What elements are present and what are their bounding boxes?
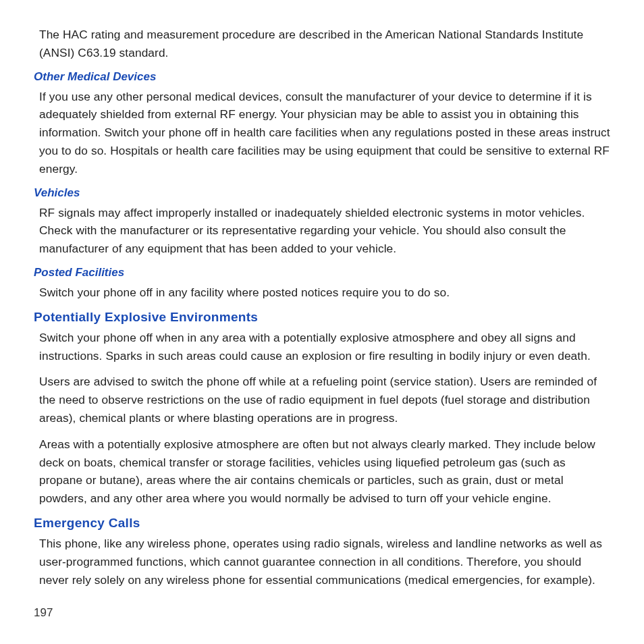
body-vehicles: RF signals may affect improperly install…	[39, 204, 610, 258]
body-explosive-p1: Switch your phone off when in any area w…	[39, 329, 610, 365]
page-number: 197	[34, 606, 53, 620]
intro-paragraph: The HAC rating and measurement procedure…	[39, 26, 610, 62]
body-posted-facilities: Switch your phone off in any facility wh…	[39, 284, 610, 302]
heading-potentially-explosive: Potentially Explosive Environments	[34, 310, 610, 325]
body-explosive-p3: Areas with a potentially explosive atmos…	[39, 435, 610, 508]
heading-vehicles: Vehicles	[34, 186, 610, 200]
heading-posted-facilities: Posted Facilities	[34, 266, 610, 279]
heading-emergency-calls: Emergency Calls	[34, 516, 610, 531]
page-content: The HAC rating and measurement procedure…	[0, 0, 644, 644]
body-explosive-p2: Users are advised to switch the phone of…	[39, 373, 610, 427]
body-other-medical-devices: If you use any other personal medical de…	[39, 88, 610, 178]
heading-other-medical-devices: Other Medical Devices	[34, 70, 610, 84]
body-emergency-calls: This phone, like any wireless phone, ope…	[39, 535, 610, 589]
